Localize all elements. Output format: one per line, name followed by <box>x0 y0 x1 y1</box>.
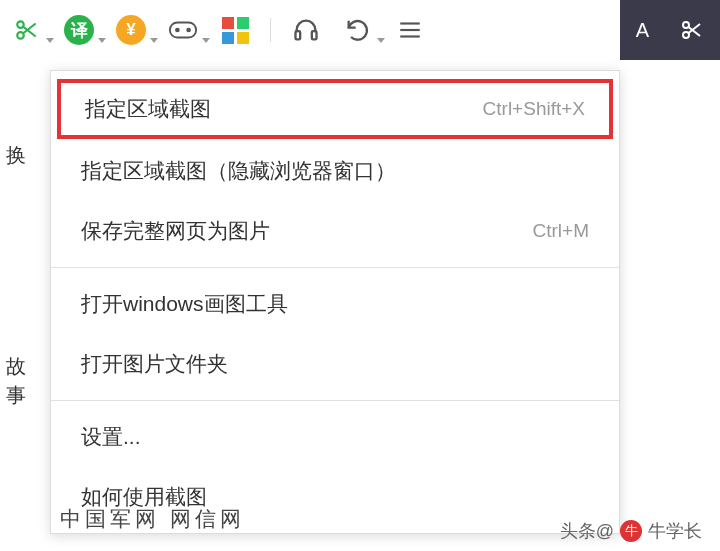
dark-toolbar-fragment: A <box>620 0 720 60</box>
menu-item-label: 指定区域截图 <box>85 95 211 123</box>
scissors-icon <box>680 18 704 42</box>
background-page-text: 中国军网 网信网 <box>60 505 245 533</box>
attribution-name: 牛学长 <box>648 519 702 543</box>
menu-item-label: 打开windows画图工具 <box>81 290 288 318</box>
chevron-down-icon <box>46 38 54 43</box>
chevron-down-icon <box>202 38 210 43</box>
yen-icon: ¥ <box>116 15 146 45</box>
menu-item-label: 保存完整网页为图片 <box>81 217 270 245</box>
divider <box>270 18 271 42</box>
screenshot-dropdown-menu: 指定区域截图 Ctrl+Shift+X 指定区域截图（隐藏浏览器窗口） 保存完整… <box>50 70 620 534</box>
bg-char: 故 <box>6 353 40 380</box>
menu-item-save-full-page[interactable]: 保存完整网页为图片 Ctrl+M <box>51 201 619 261</box>
menu-item-label: 打开图片文件夹 <box>81 350 228 378</box>
menu-item-open-image-folder[interactable]: 打开图片文件夹 <box>51 334 619 394</box>
svg-point-0 <box>17 21 24 27</box>
chevron-down-icon <box>150 38 158 43</box>
svg-rect-8 <box>312 31 317 39</box>
menu-item-shortcut: Ctrl+Shift+X <box>483 98 585 120</box>
translate-icon: 译 <box>64 15 94 45</box>
chevron-down-icon <box>98 38 106 43</box>
menu-item-capture-region-hide-browser[interactable]: 指定区域截图（隐藏浏览器窗口） <box>51 141 619 201</box>
svg-point-1 <box>17 32 24 38</box>
attribution-prefix: 头条@ <box>560 519 614 543</box>
tiles-button[interactable] <box>218 13 252 47</box>
translate-button[interactable]: 译 <box>62 13 96 47</box>
game-button[interactable] <box>166 13 200 47</box>
hamburger-menu-button[interactable] <box>393 13 427 47</box>
menu-item-open-paint[interactable]: 打开windows画图工具 <box>51 274 619 334</box>
headphones-button[interactable] <box>289 13 323 47</box>
menu-item-label: 设置... <box>81 423 141 451</box>
divider <box>51 400 619 401</box>
menu-item-label: 指定区域截图（隐藏浏览器窗口） <box>81 157 396 185</box>
bg-char: 换 <box>6 142 40 169</box>
chevron-down-icon <box>377 38 385 43</box>
menu-item-shortcut: Ctrl+M <box>533 220 589 242</box>
undo-button[interactable] <box>341 13 375 47</box>
left-background-text: 换 故 事 <box>0 60 40 530</box>
svg-point-6 <box>187 29 190 32</box>
svg-point-13 <box>683 32 689 38</box>
svg-point-12 <box>683 22 689 28</box>
browser-toolbar: 译 ¥ <box>0 0 720 60</box>
bg-char: 事 <box>6 382 40 409</box>
attribution: 头条@ 牛 牛学长 <box>560 519 702 543</box>
scissors-icon[interactable] <box>10 13 44 47</box>
menu-item-settings[interactable]: 设置... <box>51 407 619 467</box>
price-button[interactable]: ¥ <box>114 13 148 47</box>
svg-rect-7 <box>296 31 301 39</box>
letter-a: A <box>636 19 649 42</box>
menu-item-capture-region[interactable]: 指定区域截图 Ctrl+Shift+X <box>57 79 613 139</box>
svg-point-5 <box>176 29 179 32</box>
app-grid-icon <box>222 17 249 44</box>
divider <box>51 267 619 268</box>
svg-rect-4 <box>170 23 196 38</box>
avatar-icon: 牛 <box>620 520 642 542</box>
